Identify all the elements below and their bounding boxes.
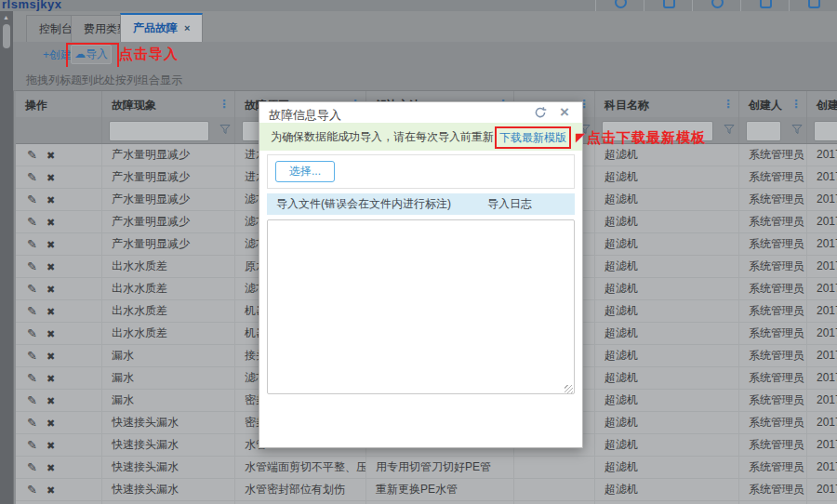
delete-x-icon[interactable]: ✖ (46, 462, 55, 473)
delete-x-icon[interactable]: ✖ (46, 373, 55, 384)
close-icon[interactable]: × (560, 103, 569, 122)
cell-created: 2017- (807, 278, 837, 300)
choose-file-button[interactable]: 选择... (275, 161, 335, 182)
delete-x-icon[interactable]: ✖ (46, 351, 55, 362)
group-panel-hint: 拖拽列标题到此处按列组合显示 (26, 73, 182, 88)
import-button[interactable]: ☁导入 (71, 45, 112, 64)
cell-created: 2017- (807, 390, 837, 412)
edit-pencil-icon[interactable]: ✎ (27, 170, 37, 184)
scroll-up-icon[interactable]: ▲ (3, 14, 9, 20)
tab-label: 产品故障 (133, 21, 178, 34)
edit-pencil-icon[interactable]: ✎ (27, 438, 37, 452)
dialog-titlebar[interactable]: 故障信息导入 × (259, 102, 582, 123)
edit-pencil-icon[interactable]: ✎ (27, 259, 37, 273)
edit-pencil-icon[interactable]: ✎ (27, 237, 37, 251)
delete-x-icon[interactable]: ✖ (46, 194, 55, 206)
header-action-icon-2[interactable] (644, 0, 692, 11)
edit-pencil-icon[interactable]: ✎ (27, 148, 37, 162)
delete-x-icon[interactable]: ✖ (46, 261, 55, 272)
row-actions-cell: ✎✖ (16, 412, 102, 434)
cell-subject: 超滤机 (595, 233, 739, 256)
cell-subject: 超滤机 (595, 323, 739, 345)
edit-pencil-icon[interactable]: ✎ (27, 460, 37, 474)
cell-creator: 系统管理员 (739, 412, 807, 434)
cell-solution: 用专用切管刀切好PE管 (366, 457, 514, 479)
filter-funnel-icon[interactable] (791, 124, 803, 138)
filter-funnel-icon[interactable] (219, 124, 231, 138)
filter-funnel-icon[interactable] (724, 124, 735, 138)
cell-creator: 系统管理员 (739, 457, 807, 479)
header-action-icon-1[interactable] (595, 0, 644, 11)
tab-close-icon[interactable]: × (184, 22, 190, 33)
cell-extra (514, 479, 595, 501)
row-actions-cell: ✎✖ (16, 256, 102, 278)
edit-pencil-icon[interactable]: ✎ (27, 393, 37, 407)
delete-x-icon[interactable]: ✖ (46, 284, 55, 295)
column-header-phenomenon[interactable]: 故障现象⋮ (102, 91, 235, 117)
delete-x-icon[interactable]: ✖ (46, 395, 55, 406)
delete-x-icon[interactable]: ✖ (46, 217, 55, 228)
delete-x-icon[interactable]: ✖ (46, 239, 55, 250)
edit-pencil-icon[interactable]: ✎ (27, 304, 37, 318)
plus-icon: + (43, 48, 49, 61)
edit-pencil-icon[interactable]: ✎ (27, 416, 37, 430)
cell-phenomenon: 出水水质差 (102, 278, 235, 300)
delete-x-icon[interactable]: ✖ (46, 150, 55, 161)
filter-input-created[interactable] (814, 121, 837, 141)
column-header-created[interactable]: 创建时间 (807, 91, 837, 117)
cell-creator: 系统管理员 (739, 434, 807, 457)
column-menu-icon[interactable]: ⋮ (790, 98, 802, 111)
delete-x-icon[interactable]: ✖ (46, 440, 55, 451)
cell-phenomenon: 产水量明显减少 (102, 211, 235, 233)
cell-subject: 超滤机 (595, 256, 739, 278)
column-menu-icon[interactable]: ⋮ (723, 98, 734, 111)
edit-pencil-icon[interactable]: ✎ (27, 282, 37, 296)
cell-phenomenon: 快速接头漏水 (102, 457, 235, 479)
cell-phenomenon: 漏水 (102, 345, 235, 367)
column-header-subject[interactable]: 科目名称⋮ (595, 91, 739, 117)
tab-label: 控制台 (39, 22, 73, 35)
delete-x-icon[interactable]: ✖ (46, 484, 55, 496)
group-panel: 拖拽列标题到此处按列组合显示 (13, 67, 837, 91)
edit-pencil-icon[interactable]: ✎ (27, 192, 37, 206)
download-template-link[interactable]: 下载最新模版 (499, 131, 566, 144)
notice-bar: 为确保数据能成功导入，请在每次导入前重新下载最新模版◤点击下载最新模板 (259, 123, 582, 151)
cell-creator: 系统管理员 (739, 479, 807, 501)
dialog-title: 故障信息导入 (269, 107, 341, 124)
search-icon (760, 0, 772, 8)
column-title: 科目名称 (604, 99, 649, 112)
edit-pencil-icon[interactable]: ✎ (27, 483, 37, 497)
column-header-ops[interactable]: 操作 (16, 91, 102, 117)
header-action-icon-3[interactable] (692, 0, 740, 11)
cell-phenomenon: 产水量明显减少 (102, 144, 235, 166)
column-header-creator[interactable]: 创建人⋮ (739, 91, 807, 117)
filter-input-creator[interactable] (746, 121, 781, 141)
column-menu-icon[interactable]: ⋮ (219, 98, 230, 111)
delete-x-icon[interactable]: ✖ (46, 172, 55, 183)
resize-handle[interactable] (565, 385, 573, 393)
header-action-icon-5[interactable] (789, 0, 837, 11)
delete-x-icon[interactable]: ✖ (46, 418, 55, 429)
edit-pencil-icon[interactable]: ✎ (27, 371, 37, 385)
cell-creator: 系统管理员 (739, 189, 807, 211)
cell-phenomenon: 产水量明显减少 (102, 166, 235, 189)
filter-cell-ops (16, 117, 102, 143)
cell-created: 2017- (807, 367, 837, 390)
refresh-icon[interactable] (534, 106, 547, 122)
filter-input-phenomenon[interactable] (109, 121, 209, 141)
tab-product-fault[interactable]: 产品故障× (120, 13, 203, 42)
delete-x-icon[interactable]: ✖ (46, 328, 55, 339)
cell-creator: 系统管理员 (739, 144, 807, 166)
edit-pencil-icon[interactable]: ✎ (27, 326, 37, 340)
delete-x-icon[interactable]: ✖ (46, 306, 55, 317)
import-log-textarea[interactable] (267, 219, 575, 394)
header-action-icon-4[interactable] (740, 0, 789, 11)
scrollbar-thumb[interactable] (3, 24, 10, 48)
edit-pencil-icon[interactable]: ✎ (27, 215, 37, 229)
row-actions-cell: ✎✖ (16, 367, 102, 390)
cell-phenomenon: 产水量明显减少 (102, 233, 235, 256)
import-list-header: 导入文件(错误会在文件内进行标注) 导入日志 (267, 193, 575, 215)
gear-icon (711, 0, 724, 8)
edit-pencil-icon[interactable]: ✎ (27, 349, 37, 363)
cell-creator: 系统管理员 (739, 256, 807, 278)
